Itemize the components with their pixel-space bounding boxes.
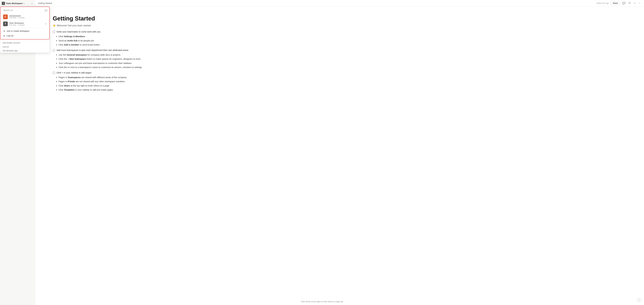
- chevron-down-icon: ▾: [24, 2, 24, 4]
- account-item-0[interactable]: C Free Plan · 1 member: [2, 13, 48, 20]
- bullet-item-1-0: Use the General teamspace for company-wi…: [58, 53, 149, 57]
- account-info-0: Free Plan · 1 member: [9, 15, 47, 18]
- add-account-item[interactable]: Add another account: [0, 41, 50, 45]
- history-icon-button[interactable]: ⏱: [628, 1, 631, 5]
- workspace-label: Team Workspace: [6, 2, 22, 4]
- checklist-text-2: Click + in your sidebar to add pages: [56, 71, 92, 74]
- join-create-workspace-item[interactable]: ⊕ Join or create workspace ←: [2, 29, 48, 33]
- account-info-1: Team Workspace Free Plan · 1 member: [9, 22, 44, 26]
- workspace-name-button[interactable]: T Team Workspace ▾: [2, 2, 24, 5]
- checkbox-1[interactable]: [53, 49, 55, 51]
- checklist-text-1: Add more teamspaces to give each departm…: [56, 49, 128, 51]
- topbar: Getting Started Edited 21m ago Share 💬 ⏱…: [35, 0, 644, 6]
- bullet-item-1-1: Click the + New teamspace button to make…: [58, 57, 149, 61]
- join-create-label: Join or create workspace: [6, 30, 30, 32]
- edited-label: Edited 21m ago: [596, 2, 609, 4]
- logout-icon: ⊗: [3, 34, 5, 37]
- main-content: Getting Started Edited 21m ago Share 💬 ⏱…: [35, 0, 644, 305]
- bullet-item-0-0: Click Settings & Members: [58, 35, 149, 38]
- log-out-popup-item[interactable]: ⊗ Log out: [2, 33, 48, 38]
- bullet-item-0-2: Click Add a member to send email invites: [58, 43, 149, 46]
- bullet-item-2-1: Pages in Private are not shared with any…: [58, 80, 149, 83]
- checklist-item-2: Click + in your sidebar to add pages: [53, 71, 149, 74]
- bullet-list-2: Pages in Teamspaces are shared with diff…: [58, 76, 149, 92]
- checkbox-2[interactable]: [53, 72, 55, 74]
- page-title: Getting Started: [53, 15, 149, 22]
- account-plan-0: Free Plan · 1 member: [9, 17, 47, 18]
- help-button[interactable]: ?: [637, 298, 641, 302]
- account-popup-inner: @gmail.com ··· C Free Plan · 1 member T …: [0, 6, 50, 39]
- bullet-item-2-2: Click Share at the top right to invite o…: [58, 84, 149, 87]
- workspace-icon: T: [2, 2, 5, 5]
- check-icon: ✓: [45, 23, 47, 25]
- share-button[interactable]: Share: [611, 1, 620, 5]
- bullet-item-1-2: Your colleagues can join and leave teams…: [58, 62, 149, 65]
- log-out-popup-label: Log out: [6, 34, 14, 37]
- bullet-item-0-1: Send an Invite link to let people join: [58, 39, 149, 42]
- page-subtitle: 👋 Welcome! Get your team started:: [53, 24, 149, 27]
- divider-2: [0, 40, 50, 40]
- more-options-button[interactable]: ···: [638, 1, 641, 5]
- account-plan-1: Free Plan · 1 member: [9, 24, 44, 26]
- avatar-1: T: [3, 21, 8, 26]
- checklist-item-1: Add more teamspaces to give each departm…: [53, 49, 149, 51]
- bullet-list-0: Click Settings & Members Send an Invite …: [58, 35, 149, 46]
- collapse-sidebar-button[interactable]: «: [31, 1, 33, 5]
- subtitle-emoji: 👋: [53, 24, 56, 27]
- log-out-bottom-item[interactable]: Log out: [0, 45, 50, 49]
- avatar-0: C: [3, 14, 8, 19]
- checklist-text-0: Invite your teammates to come work with …: [56, 30, 100, 33]
- account-item-1[interactable]: T Team Workspace Free Plan · 1 member ✓: [2, 20, 48, 27]
- checklist-item-0: Invite your teammates to come work with …: [53, 30, 149, 33]
- comment-icon-button[interactable]: 💬: [622, 1, 626, 5]
- account-popup: @gmail.com ··· C Free Plan · 1 member T …: [0, 6, 50, 53]
- checkbox-0[interactable]: [53, 31, 55, 33]
- bullet-item-2-3: Click Templates in your sidebar to add p…: [58, 88, 149, 92]
- bottom-hint: Click Share at the right to invite other…: [301, 301, 343, 303]
- subtitle-text: Welcome! Get your team started:: [57, 24, 91, 27]
- topbar-actions: Edited 21m ago Share 💬 ⏱ ☆ ···: [596, 1, 641, 5]
- page-content-area: Getting Started 👋 Welcome! Get your team…: [35, 6, 167, 305]
- sidebar: T Team Workspace ▾ « @gmail.com ··· C Fr…: [0, 0, 35, 305]
- add-account-label: Add another account: [2, 42, 20, 44]
- get-windows-app-label: Get Windows app: [2, 50, 18, 52]
- breadcrumb: Getting Started: [38, 2, 52, 4]
- plus-circle-icon: ⊕: [3, 30, 5, 32]
- star-icon-button[interactable]: ☆: [633, 1, 636, 5]
- log-out-bottom-label: Log out: [2, 46, 9, 48]
- bullet-item-1-3: Click the ••• next to a teamspace's name…: [58, 66, 149, 69]
- bullet-item-2-0: Pages in Teamspaces are shared with diff…: [58, 76, 149, 79]
- three-dots-button[interactable]: ···: [44, 9, 48, 12]
- bullet-list-1: Use the General teamspace for company-wi…: [58, 53, 149, 69]
- account-name-0: [9, 15, 21, 17]
- get-windows-app-item[interactable]: Get Windows app: [0, 49, 50, 53]
- account-name-1: Team Workspace: [9, 22, 44, 24]
- red-arrow-icon: ←: [49, 29, 50, 33]
- account-email: @gmail.com: [2, 9, 14, 12]
- sidebar-header: T Team Workspace ▾ « @gmail.com ··· C Fr…: [0, 0, 35, 7]
